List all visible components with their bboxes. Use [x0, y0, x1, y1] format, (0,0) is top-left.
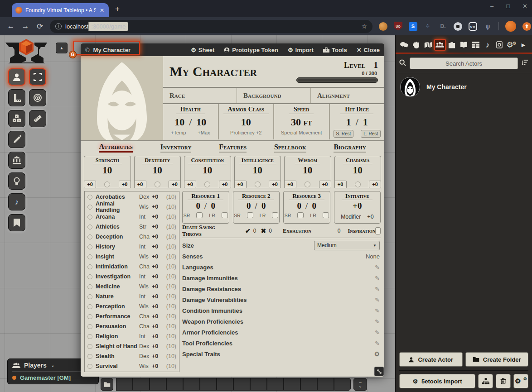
size-select[interactable]: Medium▼: [314, 241, 380, 250]
ability-save[interactable]: +0: [284, 181, 296, 188]
skill-proficiency-toggle[interactable]: [87, 364, 92, 369]
detail-field[interactable]: Alignment: [310, 88, 384, 103]
prototype-token-button[interactable]: Prototype Token: [224, 47, 278, 53]
skill-proficiency-toggle[interactable]: [87, 334, 92, 339]
ability-box[interactable]: Dexterity 10 +0 +0: [134, 156, 181, 188]
tab-chat[interactable]: [398, 39, 410, 51]
token-tool-button[interactable]: [8, 68, 25, 86]
skill-row[interactable]: Perception Wis +0 (10): [85, 301, 179, 311]
sort-icon[interactable]: [522, 59, 528, 67]
skill-proficiency-toggle[interactable]: [87, 244, 92, 249]
import-button[interactable]: ⚙Import: [288, 47, 314, 53]
resource-box[interactable]: Resource 3 0/0 SRLR: [283, 191, 330, 224]
lr-checkbox[interactable]: [272, 212, 278, 218]
window-minimize-button[interactable]: –: [490, 3, 493, 10]
skill-proficiency-toggle[interactable]: [87, 205, 92, 210]
skill-proficiency-toggle[interactable]: [87, 314, 92, 319]
lr-checkbox[interactable]: [222, 212, 228, 218]
sheet-tab[interactable]: Inventory: [160, 143, 192, 153]
character-name[interactable]: My Character: [169, 64, 296, 79]
skill-row[interactable]: Investigation Int +0 (10): [85, 272, 179, 282]
hp-value[interactable]: 10: [174, 116, 184, 128]
skill-proficiency-toggle[interactable]: [87, 195, 92, 200]
resource-box[interactable]: Resource 2 0/0 SRLR: [233, 191, 280, 224]
back-button[interactable]: ←: [4, 22, 18, 31]
foundry-logo[interactable]: [3, 38, 50, 65]
skill-proficiency-toggle[interactable]: [87, 324, 92, 329]
tab-settings[interactable]: ⚙⚙: [506, 39, 517, 51]
macro-slot[interactable]: [217, 378, 233, 391]
edit-icon[interactable]: ✎: [375, 340, 380, 347]
long-rest-button[interactable]: L. Rest: [361, 130, 381, 138]
skill-row[interactable]: Athletics Str +0 (10): [85, 222, 179, 232]
ruler-tool-button[interactable]: [8, 89, 25, 106]
ability-box[interactable]: Wisdom 10 +0 +0: [284, 156, 331, 188]
proficiency-toggle[interactable]: [155, 182, 160, 187]
bookmark-star-icon[interactable]: ☆: [361, 23, 367, 30]
skill-row[interactable]: Intimidation Cha +0 (10): [85, 262, 179, 272]
edit-icon[interactable]: ✎: [375, 329, 380, 336]
tab-actors[interactable]: [434, 39, 446, 51]
health-stat[interactable]: Health 10/10 +Temp+Max: [163, 104, 218, 139]
cookie-extension-icon[interactable]: [379, 22, 387, 31]
ability-save[interactable]: +0: [134, 181, 146, 188]
macro-slot[interactable]: [200, 378, 217, 391]
sheet-config-button[interactable]: ⚙Sheet: [191, 47, 214, 53]
macro-slot[interactable]: [150, 378, 166, 391]
tab-items[interactable]: [446, 39, 458, 51]
reload-button[interactable]: ⟳: [33, 22, 47, 31]
tab-playlists[interactable]: ♪: [482, 39, 493, 51]
create-actor-button[interactable]: Create Actor: [399, 352, 463, 367]
macro-slot[interactable]: [334, 378, 351, 391]
macro-slot[interactable]: [317, 378, 334, 391]
site-info-icon[interactable]: i: [55, 23, 62, 29]
detail-field[interactable]: Background: [237, 88, 310, 103]
notes-tool-button[interactable]: [8, 214, 25, 231]
edit-icon[interactable]: ✎: [375, 264, 380, 271]
trash-button[interactable]: [496, 374, 511, 388]
skill-row[interactable]: Performance Cha +0 (10): [85, 311, 179, 321]
initiative-modifier[interactable]: +0: [367, 214, 373, 220]
update-icon[interactable]: ⬆: [522, 22, 531, 31]
select-targets-button[interactable]: [29, 68, 46, 86]
edit-icon[interactable]: ✎: [375, 275, 380, 282]
ability-save[interactable]: +0: [84, 181, 96, 188]
ability-box[interactable]: Strength 10 +0 +0: [84, 156, 131, 188]
edit-icon[interactable]: ✎: [375, 286, 380, 292]
ability-mod[interactable]: +0: [369, 181, 381, 188]
actor-list-item[interactable]: My Character: [396, 73, 532, 100]
edit-icon[interactable]: ✎: [375, 307, 380, 314]
macro-slot[interactable]: [284, 378, 300, 391]
profile-avatar[interactable]: [505, 21, 516, 32]
skill-row[interactable]: Sleight of Hand Dex +0 (10): [85, 341, 179, 351]
skill-proficiency-toggle[interactable]: [87, 225, 92, 229]
detail-field[interactable]: Race: [163, 88, 237, 103]
edit-icon[interactable]: ✎: [375, 296, 380, 303]
lr-checkbox[interactable]: [323, 212, 329, 218]
tab-journal[interactable]: [458, 39, 469, 51]
exhaustion-value[interactable]: 0: [338, 228, 341, 234]
death-failure-count[interactable]: 0: [269, 228, 272, 234]
skill-proficiency-toggle[interactable]: [87, 304, 92, 309]
death-success-count[interactable]: 0: [253, 228, 256, 234]
new-tab-button[interactable]: +: [115, 5, 120, 14]
macro-slot[interactable]: [166, 378, 183, 391]
hotbar-page-controls[interactable]: – ⌄: [353, 378, 367, 391]
ability-mod[interactable]: +0: [319, 181, 331, 188]
macro-slot[interactable]: [300, 378, 317, 391]
s-extension-icon[interactable]: S: [409, 22, 417, 31]
fork-extension-icon[interactable]: ψ: [484, 22, 492, 31]
nav-collapse-button[interactable]: ▲: [56, 43, 68, 53]
skill-row[interactable]: Arcana Int +0 (10): [85, 212, 179, 222]
ability-save[interactable]: +0: [334, 181, 347, 188]
skill-proficiency-toggle[interactable]: [87, 354, 92, 359]
window-resize-handle[interactable]: [374, 367, 384, 376]
skill-row[interactable]: Survival Wis +0 (10): [85, 361, 179, 371]
macro-slot[interactable]: [267, 378, 284, 391]
proficiency-toggle[interactable]: [204, 182, 210, 187]
window-close-button[interactable]: ✕: [522, 3, 527, 10]
macro-slot[interactable]: [133, 378, 150, 391]
skill-proficiency-toggle[interactable]: [87, 215, 92, 220]
settings-gears-button[interactable]: ⚙⚙: [513, 374, 528, 388]
macro-slot[interactable]: [116, 378, 133, 391]
